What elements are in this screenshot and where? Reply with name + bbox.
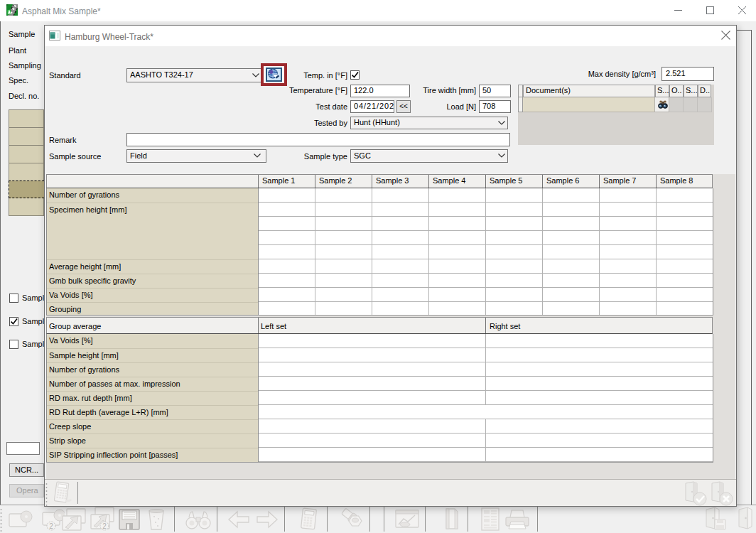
svg-text:2: 2 — [49, 522, 53, 530]
svg-text:2: 2 — [102, 522, 107, 530]
